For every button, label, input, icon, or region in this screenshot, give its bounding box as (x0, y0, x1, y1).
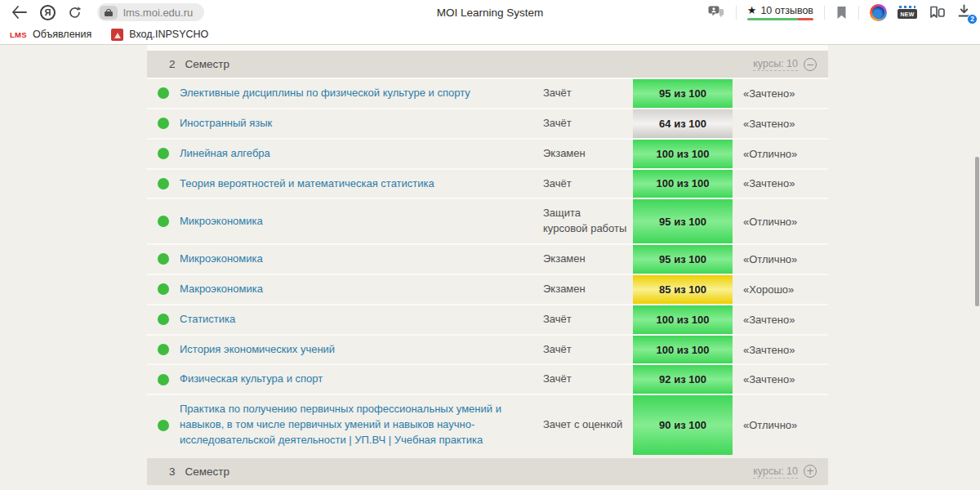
course-status-cell (147, 245, 180, 274)
course-link[interactable]: Иностранный язык (180, 116, 272, 131)
course-link[interactable]: Теория вероятностей и математическая ста… (180, 176, 434, 192)
control-type-cell: Экзамен (543, 245, 633, 274)
course-link[interactable]: Статистика (180, 312, 235, 327)
semester-3-header[interactable]: 3 Семестр курсы: 10 + (147, 458, 828, 485)
collections-icon (928, 5, 946, 20)
course-name-cell: Иностранный язык (180, 109, 543, 138)
grade-cell: «Зачтено» (733, 336, 828, 364)
course-status-cell (147, 305, 180, 334)
site-security-chip[interactable] (100, 6, 118, 20)
score-badge: 100 из 100 (633, 140, 733, 168)
bookmark-item-inpsycho-login[interactable]: Вход.INPSYCHO (111, 29, 208, 41)
course-link[interactable]: Макроэкономика (180, 282, 263, 297)
course-status-cell (147, 275, 180, 304)
course-row: Иностранный язык Зачёт 64 из 100 «Зачтен… (147, 108, 828, 138)
course-row: История экономических учений Зачёт 100 и… (147, 334, 828, 364)
course-row: Микроэкономика Защита курсовой работы 95… (147, 198, 828, 243)
course-status-cell (147, 365, 180, 394)
status-dot-icon (158, 283, 169, 295)
downloads-count-badge: 2 (967, 14, 978, 24)
course-link[interactable]: Микроэкономика (180, 252, 263, 267)
grade-cell: «Отлично» (733, 245, 828, 274)
courses-count-link[interactable]: курсы: 10 (753, 465, 798, 479)
bookmark-page-button[interactable] (835, 6, 848, 20)
browser-profile-avatar[interactable] (870, 4, 887, 21)
lms-favicon: LMS (10, 30, 27, 39)
feedback-chat-button[interactable] (708, 5, 725, 20)
toolbar-divider (736, 6, 737, 20)
control-type-cell: Зачёт (543, 109, 633, 138)
course-status-cell (147, 170, 180, 198)
semester-number: 3 (169, 466, 176, 478)
toolbar-divider (858, 6, 859, 20)
course-row: Практика по получению первичных професси… (147, 394, 828, 455)
status-dot-icon (158, 216, 169, 227)
course-status-cell (147, 395, 180, 455)
expand-semester-icon[interactable]: + (804, 465, 817, 478)
course-name-cell: Физическая культура и спорт (180, 365, 543, 394)
reviews-rating-bar (747, 18, 813, 20)
semester-number: 2 (169, 58, 176, 70)
bookmark-item-announcements[interactable]: LMS Объявления (10, 29, 91, 40)
score-badge: 100 из 100 (633, 336, 733, 364)
status-dot-icon (158, 374, 169, 385)
control-type-cell: Зачёт (543, 365, 633, 394)
inpsycho-favicon (111, 29, 123, 41)
courses-count-link[interactable]: курсы: 10 (753, 57, 798, 71)
course-link[interactable]: Практика по получению первичных професси… (180, 402, 522, 448)
downloads-button[interactable]: 2 (956, 3, 972, 22)
collections-button[interactable] (928, 5, 946, 20)
back-arrow-icon (11, 6, 28, 19)
course-name-cell: Линейная алгебра (180, 140, 543, 168)
collapse-semester-icon[interactable]: − (804, 58, 817, 71)
refresh-button[interactable] (68, 6, 82, 20)
control-type-cell: Зачет с оценкой (543, 395, 633, 455)
course-link[interactable]: История экономических учений (180, 342, 335, 358)
toolbar-divider (824, 6, 825, 20)
new-badge-icon: NEW (898, 9, 917, 19)
semester-label: Семестр (185, 58, 230, 70)
score-badge: 95 из 100 (633, 245, 733, 274)
address-bar[interactable]: lms.moi.edu.ru (97, 3, 204, 21)
course-link[interactable]: Физическая культура и спорт (180, 372, 323, 387)
vertical-scrollbar-thumb[interactable] (975, 157, 979, 306)
control-type-cell: Экзамен (543, 275, 633, 304)
course-row: Микроэкономика Экзамен 95 из 100 «Отличн… (147, 243, 828, 274)
course-name-cell: История экономических учений (180, 336, 543, 364)
refresh-icon (68, 6, 82, 20)
course-row: Теория вероятностей и математическая ста… (147, 168, 828, 198)
grades-page: 2 Семестр курсы: 10 − Элективные дисципл… (0, 45, 980, 490)
site-reviews-button[interactable]: ★ 10 отзывов (747, 4, 813, 20)
yandex-browser-icon[interactable]: Я (40, 5, 56, 20)
control-type-cell: Зачёт (543, 305, 633, 334)
grade-cell: «Зачтено» (733, 365, 828, 394)
course-row: Физическая культура и спорт Зачёт 92 из … (147, 363, 828, 394)
status-dot-icon (158, 253, 169, 265)
score-badge: 100 из 100 (633, 170, 733, 198)
lock-icon (105, 9, 113, 16)
new-badge-dashes (899, 6, 915, 8)
course-link[interactable]: Элективные дисциплины по физической куль… (180, 86, 470, 101)
score-badge: 85 из 100 (633, 275, 733, 304)
course-status-cell (147, 79, 180, 108)
chat-bubble-icon (708, 5, 725, 20)
grade-cell: «Отлично» (733, 199, 828, 243)
course-row: Макроэкономика Экзамен 85 из 100 «Хорошо… (147, 274, 828, 304)
status-dot-icon (158, 87, 169, 99)
course-status-cell (147, 109, 180, 138)
semester-2-header[interactable]: 2 Семестр курсы: 10 − (147, 51, 828, 78)
course-link[interactable]: Микроэкономика (180, 214, 263, 229)
grades-content: 2 Семестр курсы: 10 − Элективные дисципл… (147, 45, 828, 485)
star-icon: ★ (747, 4, 757, 16)
control-type-cell: Защита курсовой работы (543, 199, 633, 243)
semester-label: Семестр (185, 466, 230, 478)
browser-toolbar: MOI Learning System Я lms.moi.edu.ru (0, 0, 980, 24)
url-text: lms.moi.edu.ru (123, 7, 193, 19)
status-dot-icon (158, 314, 169, 325)
whats-new-button[interactable]: NEW (898, 6, 917, 19)
back-button[interactable] (11, 6, 28, 19)
control-type-cell: Зачёт (543, 79, 633, 108)
course-status-cell (147, 336, 180, 364)
status-dot-icon (158, 420, 169, 431)
course-link[interactable]: Линейная алгебра (180, 146, 270, 162)
